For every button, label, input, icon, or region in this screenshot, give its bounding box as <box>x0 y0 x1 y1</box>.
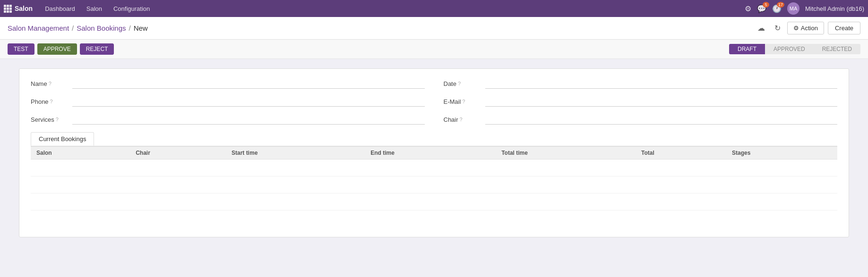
chair-help-icon: ? <box>460 117 463 122</box>
col-start-time: Start time <box>226 147 365 159</box>
col-end-time: End time <box>365 147 496 159</box>
form-row-3: Services ? Chair ? <box>31 114 837 125</box>
phone-input[interactable] <box>72 96 425 107</box>
tab-current-bookings[interactable]: Current Bookings <box>31 132 94 146</box>
brand-grid-icon <box>4 5 12 13</box>
services-label: Services ? <box>31 116 69 123</box>
col-chair: Chair <box>130 147 226 159</box>
action-button[interactable]: ⚙ Action <box>787 22 824 34</box>
breadcrumb-part-2: New <box>134 24 148 32</box>
form-group-date: Date ? <box>444 78 838 89</box>
breadcrumb-part-0[interactable]: Salon Management <box>8 24 69 32</box>
bookings-table: Salon Chair Start time End time Total ti… <box>31 146 837 227</box>
services-help-icon: ? <box>56 117 59 122</box>
messages-icon[interactable]: 💬 5 <box>757 4 766 13</box>
clock-badge: 17 <box>777 2 784 8</box>
user-label[interactable]: Mitchell Admin (db16) <box>805 5 864 12</box>
breadcrumb-part-1[interactable]: Salon Bookings <box>77 24 126 32</box>
toolbar: TEST APPROVE REJECT DRAFT APPROVED REJEC… <box>0 40 868 59</box>
main-content: Name ? Date ? Phone ? <box>0 59 868 247</box>
email-help-icon: ? <box>462 99 465 104</box>
topnav-menu: Dashboard Salon Configuration <box>40 3 745 14</box>
status-draft[interactable]: DRAFT <box>729 44 765 54</box>
col-salon: Salon <box>31 147 130 159</box>
tab-bar: Current Bookings <box>31 132 837 146</box>
form-group-phone: Phone ? <box>31 96 425 107</box>
status-rejected[interactable]: REJECTED <box>814 44 860 54</box>
topnav-right: ⚙ 💬 5 🕐 17 MA Mitchell Admin (db16) <box>745 2 864 15</box>
status-steps: DRAFT APPROVED REJECTED <box>729 44 860 54</box>
services-input[interactable] <box>72 114 425 125</box>
approve-button[interactable]: APPROVE <box>37 43 77 55</box>
table-row <box>31 176 837 193</box>
breadcrumb-sep-1: / <box>129 24 131 32</box>
table-row <box>31 159 837 176</box>
phone-help-icon: ? <box>50 99 53 104</box>
email-label: E-Mail ? <box>444 98 481 105</box>
breadcrumb-sep-0: / <box>72 24 74 32</box>
table-row <box>31 193 837 210</box>
action-button-label: Action <box>801 25 818 32</box>
breadcrumb: Salon Management / Salon Bookings / New <box>8 24 148 32</box>
form-card: Name ? Date ? Phone ? <box>19 68 849 237</box>
chair-label: Chair ? <box>444 116 481 123</box>
settings-icon[interactable]: ⚙ <box>745 4 751 13</box>
table-row <box>31 210 837 227</box>
date-label: Date ? <box>444 80 481 87</box>
col-total-time: Total time <box>496 147 636 159</box>
brand[interactable]: Salon <box>4 5 33 13</box>
breadcrumb-bar: Salon Management / Salon Bookings / New … <box>0 17 868 40</box>
form-group-services: Services ? <box>31 114 425 125</box>
form-row-1: Name ? Date ? <box>31 78 837 89</box>
messages-badge: 5 <box>763 2 769 8</box>
form-row-2: Phone ? E-Mail ? <box>31 96 837 107</box>
form-group-name: Name ? <box>31 78 425 89</box>
date-help-icon: ? <box>458 81 461 86</box>
phone-label: Phone ? <box>31 98 69 105</box>
toolbar-left: TEST APPROVE REJECT <box>8 43 114 55</box>
breadcrumb-actions: ☁ ↻ ⚙ Action Create <box>755 22 860 34</box>
refresh-icon-btn[interactable]: ↻ <box>772 22 783 34</box>
table-header-row: Salon Chair Start time End time Total ti… <box>31 147 837 159</box>
nav-configuration[interactable]: Configuration <box>109 3 155 14</box>
col-stages: Stages <box>726 147 837 159</box>
date-input[interactable] <box>485 78 838 89</box>
avatar[interactable]: MA <box>787 2 799 15</box>
name-help-icon: ? <box>49 81 52 86</box>
chair-input[interactable] <box>485 114 838 125</box>
nav-dashboard[interactable]: Dashboard <box>40 3 80 14</box>
status-approved[interactable]: APPROVED <box>765 44 814 54</box>
form-group-email: E-Mail ? <box>444 96 838 107</box>
email-input[interactable] <box>485 96 838 107</box>
topnav: Salon Dashboard Salon Configuration ⚙ 💬 … <box>0 0 868 17</box>
clock-icon[interactable]: 🕐 17 <box>772 4 782 13</box>
create-button[interactable]: Create <box>828 22 860 34</box>
action-gear-icon: ⚙ <box>793 25 799 32</box>
col-total: Total <box>636 147 726 159</box>
form-group-chair: Chair ? <box>444 114 838 125</box>
brand-name: Salon <box>15 5 33 12</box>
name-input[interactable] <box>72 78 425 89</box>
reject-button[interactable]: REJECT <box>80 43 114 55</box>
nav-salon[interactable]: Salon <box>82 3 107 14</box>
name-label: Name ? <box>31 80 69 87</box>
test-button[interactable]: TEST <box>8 43 34 55</box>
upload-icon-btn[interactable]: ☁ <box>755 22 768 34</box>
